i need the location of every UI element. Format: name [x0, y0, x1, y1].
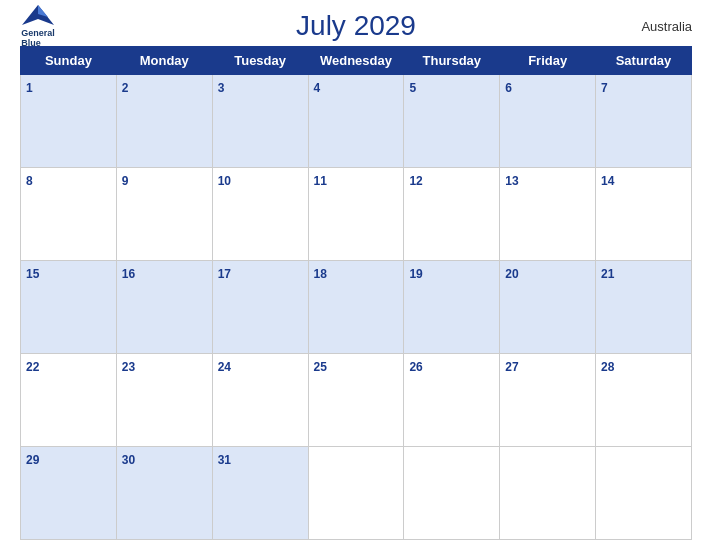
logo: GeneralBlue: [20, 3, 56, 49]
day-number: 28: [601, 360, 614, 374]
day-number: 14: [601, 174, 614, 188]
weekday-header-thursday: Thursday: [404, 47, 500, 75]
day-number: 27: [505, 360, 518, 374]
calendar-cell: 22: [21, 354, 117, 447]
weekday-header-wednesday: Wednesday: [308, 47, 404, 75]
day-number: 16: [122, 267, 135, 281]
calendar-cell: 15: [21, 261, 117, 354]
day-number: 5: [409, 81, 416, 95]
day-number: 10: [218, 174, 231, 188]
calendar-week-row: 293031: [21, 447, 692, 540]
calendar-cell: 23: [116, 354, 212, 447]
day-number: 12: [409, 174, 422, 188]
day-number: 15: [26, 267, 39, 281]
day-number: 11: [314, 174, 327, 188]
calendar-cell: 1: [21, 75, 117, 168]
day-number: 8: [26, 174, 33, 188]
weekday-header-sunday: Sunday: [21, 47, 117, 75]
calendar-cell: 17: [212, 261, 308, 354]
day-number: 18: [314, 267, 327, 281]
calendar-cell: 9: [116, 168, 212, 261]
day-number: 7: [601, 81, 608, 95]
day-number: 17: [218, 267, 231, 281]
calendar-cell: 18: [308, 261, 404, 354]
day-number: 19: [409, 267, 422, 281]
calendar-cell: 11: [308, 168, 404, 261]
calendar-cell: 21: [596, 261, 692, 354]
day-number: 25: [314, 360, 327, 374]
calendar-cell: 3: [212, 75, 308, 168]
calendar-cell: 26: [404, 354, 500, 447]
country-label: Australia: [641, 19, 692, 34]
day-number: 26: [409, 360, 422, 374]
calendar-cell: 6: [500, 75, 596, 168]
calendar-week-row: 891011121314: [21, 168, 692, 261]
day-number: 2: [122, 81, 129, 95]
day-number: 13: [505, 174, 518, 188]
calendar-cell: 19: [404, 261, 500, 354]
weekday-header-friday: Friday: [500, 47, 596, 75]
weekday-header-monday: Monday: [116, 47, 212, 75]
day-number: 22: [26, 360, 39, 374]
day-number: 9: [122, 174, 129, 188]
day-number: 3: [218, 81, 225, 95]
calendar-week-row: 15161718192021: [21, 261, 692, 354]
calendar-cell: 28: [596, 354, 692, 447]
weekday-header-tuesday: Tuesday: [212, 47, 308, 75]
calendar-cell: 7: [596, 75, 692, 168]
day-number: 6: [505, 81, 512, 95]
calendar-cell: 20: [500, 261, 596, 354]
day-number: 23: [122, 360, 135, 374]
day-number: 4: [314, 81, 321, 95]
calendar-cell: 31: [212, 447, 308, 540]
calendar-cell: [308, 447, 404, 540]
calendar-cell: 4: [308, 75, 404, 168]
calendar-cell: 27: [500, 354, 596, 447]
calendar-cell: 25: [308, 354, 404, 447]
calendar-cell: 2: [116, 75, 212, 168]
calendar-cell: 13: [500, 168, 596, 261]
day-number: 30: [122, 453, 135, 467]
calendar-cell: 5: [404, 75, 500, 168]
page-title: July 2029: [296, 10, 416, 42]
calendar-cell: [500, 447, 596, 540]
day-number: 1: [26, 81, 33, 95]
calendar-cell: 16: [116, 261, 212, 354]
weekday-header-row: SundayMondayTuesdayWednesdayThursdayFrid…: [21, 47, 692, 75]
calendar-cell: 29: [21, 447, 117, 540]
day-number: 21: [601, 267, 614, 281]
calendar-cell: 10: [212, 168, 308, 261]
day-number: 31: [218, 453, 231, 467]
calendar-cell: 14: [596, 168, 692, 261]
calendar-cell: 8: [21, 168, 117, 261]
logo-icon: [20, 3, 56, 29]
calendar-table: SundayMondayTuesdayWednesdayThursdayFrid…: [20, 46, 692, 540]
calendar-cell: 24: [212, 354, 308, 447]
day-number: 29: [26, 453, 39, 467]
calendar-cell: 30: [116, 447, 212, 540]
calendar-cell: [596, 447, 692, 540]
calendar-week-row: 1234567: [21, 75, 692, 168]
day-number: 24: [218, 360, 231, 374]
calendar-cell: 12: [404, 168, 500, 261]
day-number: 20: [505, 267, 518, 281]
logo-text: GeneralBlue: [21, 29, 55, 49]
calendar-cell: [404, 447, 500, 540]
calendar-header: GeneralBlue July 2029 Australia: [20, 10, 692, 42]
weekday-header-saturday: Saturday: [596, 47, 692, 75]
calendar-week-row: 22232425262728: [21, 354, 692, 447]
